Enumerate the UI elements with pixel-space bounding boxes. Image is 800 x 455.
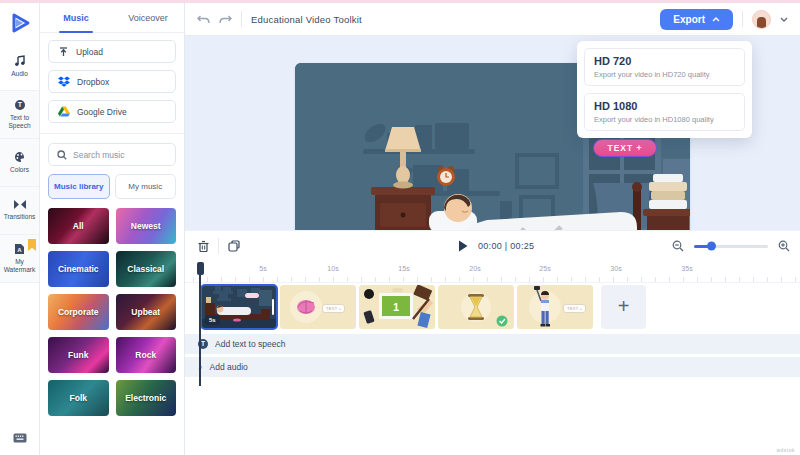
category-tile-funk[interactable]: Funk — [48, 337, 109, 373]
timeline: 5s 10s 15s 20s 25s 30s 35s — [185, 262, 800, 455]
my-music-label: My music — [128, 182, 162, 191]
watermark-text: wdstok — [776, 447, 795, 453]
sidebar-item-label: Text to Speech — [0, 114, 39, 130]
add-text-to-speech-row[interactable]: T Add text to speech — [185, 334, 800, 354]
upload-label: Upload — [76, 47, 103, 57]
dropbox-button[interactable]: Dropbox — [48, 70, 176, 93]
category-tile-upbeat[interactable]: Upbeat — [116, 294, 177, 330]
category-tile-corporate[interactable]: Corporate — [48, 294, 109, 330]
keyboard-shortcuts-icon[interactable] — [13, 429, 27, 447]
google-drive-icon — [58, 106, 70, 117]
scene-thumbnail-3[interactable]: 1 — [359, 285, 435, 329]
svg-text:T: T — [17, 101, 22, 108]
scene-thumbnail-2[interactable]: TEXT + — [280, 285, 356, 329]
timeline-ruler[interactable]: 5s 10s 15s 20s 25s 30s 35s — [185, 262, 800, 283]
export-option-title: HD 1080 — [594, 100, 735, 112]
scene-thumbnail-4[interactable] — [438, 285, 514, 329]
scene-text-chip: TEXT + — [322, 304, 345, 313]
tab-music-library[interactable]: Music library — [48, 174, 110, 199]
search-music-box — [48, 143, 176, 166]
scene-thumbnail-1[interactable]: 5s — [201, 285, 277, 329]
google-drive-button[interactable]: Google Drive — [48, 100, 176, 123]
tab-voiceover-label: Voiceover — [128, 13, 168, 23]
export-option-description: Export your video in HD1080 quality — [594, 115, 735, 124]
tab-my-music[interactable]: My music — [115, 174, 177, 199]
sidebar-item-audio[interactable]: Audio — [0, 43, 39, 91]
sidebar-item-colors[interactable]: Colors — [0, 139, 39, 187]
export-option-description: Export your video in HD720 quality — [594, 70, 735, 79]
dropbox-icon — [58, 76, 70, 87]
header-divider — [742, 11, 743, 27]
scene-duration-badge: 5s — [205, 315, 220, 325]
trash-icon[interactable] — [198, 240, 209, 252]
current-time: 00:00 — [478, 241, 502, 251]
category-tile-newest[interactable]: Newest — [116, 208, 177, 244]
avatar[interactable] — [752, 10, 771, 29]
canvas-text-widget[interactable]: TEXT + — [593, 139, 657, 157]
sidebar-item-text-to-speech[interactable]: T Text to Speech — [0, 91, 39, 139]
tab-music-label: Music — [63, 13, 89, 23]
category-tile-all[interactable]: All — [48, 208, 109, 244]
dropbox-label: Dropbox — [77, 77, 109, 87]
watermark-doc-icon: A — [14, 243, 25, 255]
category-tile-electronic[interactable]: Electronic — [116, 380, 177, 416]
trim-handle[interactable] — [272, 299, 275, 315]
timeline-controls: 00:00 | 00:25 — [185, 230, 800, 262]
sidebar-item-my-watermark[interactable]: A My Watermark — [0, 235, 39, 283]
time-display: 00:00 | 00:25 — [478, 241, 534, 251]
export-option-hd1080[interactable]: HD 1080 Export your video in HD1080 qual… — [584, 93, 745, 131]
zoom-slider-handle[interactable] — [707, 242, 716, 251]
ruler-label: 20s — [469, 265, 480, 272]
scene-thumbnail-5[interactable]: TEXT + — [517, 285, 593, 329]
tab-voiceover[interactable]: Voiceover — [112, 3, 184, 32]
export-menu: HD 720 Export your video in HD720 qualit… — [577, 41, 752, 138]
category-tile-classical[interactable]: Classical — [116, 251, 177, 287]
search-music-input[interactable] — [73, 150, 163, 160]
scene-text-chip: TEXT + — [563, 304, 586, 313]
sidebar-item-transitions[interactable]: Transitions — [0, 187, 39, 235]
svg-text:A: A — [17, 247, 22, 253]
export-button[interactable]: Export — [660, 9, 733, 30]
timeline-zoom-slider[interactable] — [694, 245, 768, 248]
panel-divider — [40, 133, 184, 134]
controls-divider — [218, 238, 219, 254]
ruler-ticks — [185, 277, 800, 282]
ruler-label: 30s — [610, 265, 621, 272]
music-library-label: Music library — [54, 182, 103, 191]
category-tile-rock[interactable]: Rock — [116, 337, 177, 373]
category-tile-cinematic[interactable]: Cinematic — [48, 251, 109, 287]
add-scene-button[interactable]: + — [601, 285, 646, 329]
playhead[interactable] — [199, 262, 201, 386]
app-sidebar: Audio T Text to Speech Colors Transition… — [0, 3, 40, 455]
ruler-label: 35s — [681, 265, 692, 272]
play-button[interactable] — [458, 240, 468, 252]
chevron-down-icon[interactable] — [780, 17, 788, 22]
export-button-label: Export — [673, 14, 705, 25]
tab-music[interactable]: Music — [40, 3, 112, 32]
redo-icon[interactable] — [219, 14, 232, 25]
text-to-speech-icon: T — [14, 99, 26, 111]
transitions-icon — [13, 199, 27, 210]
project-title: Educational Video Toolkit — [251, 14, 362, 25]
zoom-out-icon[interactable] — [672, 240, 684, 252]
sidebar-item-label: Transitions — [4, 213, 36, 221]
upload-button[interactable]: Upload — [48, 40, 176, 63]
export-option-hd720[interactable]: HD 720 Export your video in HD720 qualit… — [584, 48, 745, 86]
board-number: 1 — [393, 301, 399, 313]
undo-icon[interactable] — [197, 14, 210, 25]
zoom-in-icon[interactable] — [778, 240, 790, 252]
scene4-preview — [438, 285, 514, 329]
library-tabs: Music library My music — [48, 174, 176, 199]
app-logo[interactable] — [0, 3, 39, 43]
add-audio-row[interactable]: ♪ Add audio — [185, 357, 800, 377]
time-separator: | — [505, 241, 508, 251]
music-category-grid: All Newest Cinematic Classical Corporate… — [48, 208, 176, 416]
category-tile-folk[interactable]: Folk — [48, 380, 109, 416]
ruler-label: 15s — [398, 265, 409, 272]
duplicate-icon[interactable] — [228, 240, 240, 252]
ruler-label: 10s — [327, 265, 338, 272]
header-divider — [241, 11, 242, 27]
google-drive-label: Google Drive — [77, 107, 127, 117]
search-icon — [57, 150, 67, 160]
scene3-preview: 1 — [359, 285, 435, 329]
